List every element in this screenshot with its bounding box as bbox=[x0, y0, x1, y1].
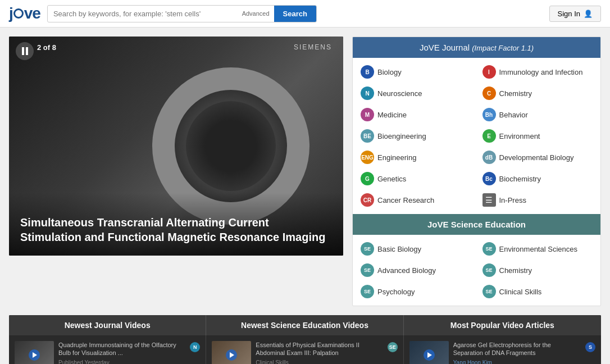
science-item-sci-chemistry[interactable]: SE Chemistry bbox=[477, 261, 599, 280]
video-meta-1: Published Yesterday bbox=[58, 360, 184, 364]
journal-impact: (Impact Factor 1.1) bbox=[472, 44, 534, 52]
journal-item-genetics[interactable]: G Genetics bbox=[355, 169, 477, 188]
journal-item-inpress[interactable]: ☰ In-Press bbox=[477, 190, 599, 210]
main-content: SIEMENS 2 of 8 Simultaneous Transcranial… bbox=[0, 28, 610, 315]
basic-biology-label: Basic Biology bbox=[377, 245, 421, 253]
journal-item-engineering[interactable]: ENG Engineering bbox=[355, 148, 477, 167]
inpress-badge: ☰ bbox=[482, 193, 496, 207]
newest-journal-header: Newest Journal Videos bbox=[9, 315, 206, 335]
advanced-biology-label: Advanced Biology bbox=[377, 266, 436, 275]
science-item-env-sciences[interactable]: SE Environmental Sciences bbox=[477, 239, 599, 258]
environment-label: Environment bbox=[499, 132, 540, 140]
signin-button[interactable]: Sign In 👤 bbox=[549, 6, 601, 22]
environment-badge: E bbox=[482, 129, 496, 143]
inpress-label: In-Press bbox=[499, 196, 526, 204]
biology-label: Biology bbox=[377, 68, 402, 76]
thumb-3 bbox=[409, 341, 449, 364]
journal-item-immunology[interactable]: I Immunology and Infection bbox=[477, 62, 599, 81]
play-icon-1 bbox=[29, 349, 40, 361]
pause-button[interactable] bbox=[16, 42, 34, 60]
env-sciences-badge: SE bbox=[482, 242, 496, 256]
video-info-3: Agarose Gel Electrophoresis for the Sepa… bbox=[453, 341, 580, 364]
video-card-1[interactable]: Quadruple Immunostaining of the Olfactor… bbox=[9, 335, 206, 364]
genetics-label: Genetics bbox=[377, 175, 406, 183]
video-author-3: Yang Hoon Kim bbox=[453, 360, 580, 364]
newest-science-header: Newest Science Education Videos bbox=[206, 315, 403, 335]
immunology-badge: I bbox=[482, 65, 496, 79]
chemistry-label: Chemistry bbox=[499, 89, 532, 98]
journal-panel: JoVE Journal (Impact Factor 1.1) B Biolo… bbox=[352, 37, 601, 306]
neuroscience-label: Neuroscience bbox=[377, 89, 422, 98]
signin-label: Sign In bbox=[558, 10, 580, 18]
video-card-title-1: Quadruple Immunostaining of the Olfactor… bbox=[58, 341, 184, 357]
play-icon-2 bbox=[226, 349, 237, 361]
logo[interactable]: jve bbox=[9, 4, 40, 22]
medicine-label: Medicine bbox=[377, 111, 407, 119]
video-card-title-3: Agarose Gel Electrophoresis for the Sepa… bbox=[453, 341, 580, 357]
search-button[interactable]: Search bbox=[274, 6, 316, 22]
sci-chemistry-badge: SE bbox=[482, 263, 496, 277]
popular-articles-header: Most Popular Video Articles bbox=[404, 315, 601, 335]
medicine-badge: M bbox=[361, 108, 374, 121]
engineering-label: Engineering bbox=[377, 153, 416, 162]
search-input[interactable] bbox=[48, 6, 238, 21]
thumb-1 bbox=[15, 341, 54, 364]
search-bar: Advanced Search bbox=[47, 5, 317, 22]
cancerresearch-label: Cancer Research bbox=[377, 196, 434, 204]
journal-item-cancerresearch[interactable]: CR Cancer Research bbox=[355, 190, 477, 210]
journal-item-environment[interactable]: E Environment bbox=[477, 126, 599, 145]
col2-category-badge: SE bbox=[388, 342, 398, 352]
journal-item-bioengineering[interactable]: BE Bioengineering bbox=[355, 126, 477, 145]
thumb-2 bbox=[212, 341, 251, 364]
video-counter: 2 of 8 bbox=[37, 43, 56, 52]
journal-panel-header: JoVE Journal (Impact Factor 1.1) bbox=[353, 37, 600, 58]
journal-item-behavior[interactable]: Bh Behavior bbox=[477, 105, 599, 124]
bottom-videos: Quadruple Immunostaining of the Olfactor… bbox=[9, 335, 601, 364]
cancerresearch-badge: CR bbox=[361, 193, 374, 207]
bottom-headers: Newest Journal Videos Newest Science Edu… bbox=[9, 315, 601, 335]
bioengineering-badge: BE bbox=[361, 129, 374, 143]
biology-badge: B bbox=[361, 65, 374, 79]
video-card-2[interactable]: Essentials of Physical Examinations II A… bbox=[206, 335, 403, 364]
journal-item-devbiology[interactable]: dB Developmental Biology bbox=[477, 148, 599, 167]
journal-item-biochemistry[interactable]: Bc Biochemistry bbox=[477, 169, 599, 188]
behavior-badge: Bh bbox=[482, 108, 496, 121]
journal-header-title: JoVE Journal bbox=[420, 43, 470, 52]
science-item-advanced-biology[interactable]: SE Advanced Biology bbox=[355, 261, 477, 280]
basic-biology-badge: SE bbox=[361, 242, 374, 256]
clinical-skills-badge: SE bbox=[482, 285, 496, 298]
video-player[interactable]: SIEMENS 2 of 8 Simultaneous Transcranial… bbox=[9, 37, 343, 256]
advanced-link[interactable]: Advanced bbox=[238, 10, 274, 17]
journal-item-medicine[interactable]: M Medicine bbox=[355, 105, 477, 124]
science-item-basic-biology[interactable]: SE Basic Biology bbox=[355, 239, 477, 258]
science-item-psychology[interactable]: SE Psychology bbox=[355, 282, 477, 301]
sci-chemistry-label: Chemistry bbox=[499, 266, 532, 275]
play-icon-3 bbox=[424, 349, 435, 361]
journal-item-biology[interactable]: B Biology bbox=[355, 62, 477, 81]
video-card-3[interactable]: Agarose Gel Electrophoresis for the Sepa… bbox=[404, 335, 601, 364]
col3-category-badge: S bbox=[585, 342, 595, 352]
journal-item-neuroscience[interactable]: N Neuroscience bbox=[355, 84, 477, 103]
pause-icon bbox=[22, 47, 28, 55]
bioengineering-label: Bioengineering bbox=[377, 132, 426, 140]
video-info-2: Essentials of Physical Examinations II A… bbox=[256, 341, 381, 364]
science-item-clinical-skills[interactable]: SE Clinical Skills bbox=[477, 282, 599, 301]
bottom-section: Newest Journal Videos Newest Science Edu… bbox=[9, 315, 601, 364]
advanced-biology-badge: SE bbox=[361, 263, 374, 277]
science-panel-header: JoVE Science Education bbox=[353, 214, 600, 235]
journal-item-chemistry[interactable]: C Chemistry bbox=[477, 84, 599, 103]
psychology-label: Psychology bbox=[377, 288, 415, 296]
col1-category-badge: N bbox=[190, 342, 200, 352]
video-info-1: Quadruple Immunostaining of the Olfactor… bbox=[58, 341, 184, 364]
engineering-badge: ENG bbox=[361, 151, 374, 164]
video-title: Simultaneous Transcranial Alternating Cu… bbox=[9, 193, 343, 256]
psychology-badge: SE bbox=[361, 285, 374, 298]
user-icon: 👤 bbox=[584, 10, 593, 18]
devbiology-label: Developmental Biology bbox=[499, 153, 574, 162]
biochemistry-label: Biochemistry bbox=[499, 175, 541, 183]
behavior-label: Behavior bbox=[499, 111, 528, 119]
biochemistry-badge: Bc bbox=[482, 172, 496, 185]
video-meta-2: Clinical Skills bbox=[256, 360, 381, 364]
siemens-label: SIEMENS bbox=[294, 43, 332, 51]
immunology-label: Immunology and Infection bbox=[499, 68, 583, 76]
